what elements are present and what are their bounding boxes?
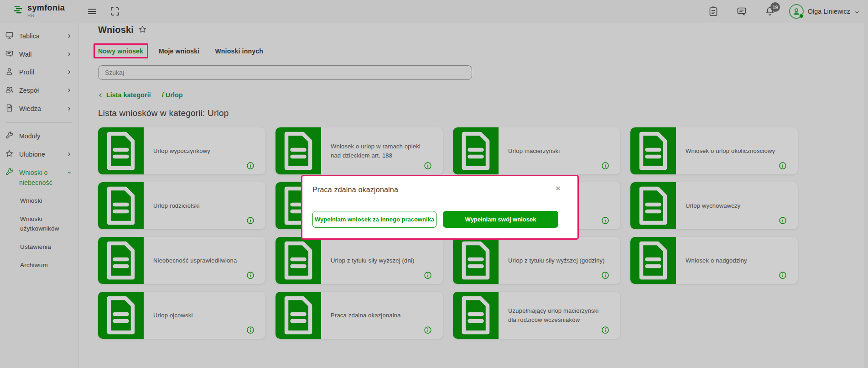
fill-own-request-button[interactable]: Wypełniam swój wniosek (443, 211, 558, 228)
fill-for-other-employee-button[interactable]: Wypełniam wniosek za innego pracownika (312, 211, 437, 228)
close-icon[interactable]: ✕ (555, 184, 561, 193)
modal-title: Praca zdalna okazjonalna (312, 186, 398, 194)
remote-work-modal: Praca zdalna okazjonalna ✕ Wypełniam wni… (301, 175, 579, 240)
